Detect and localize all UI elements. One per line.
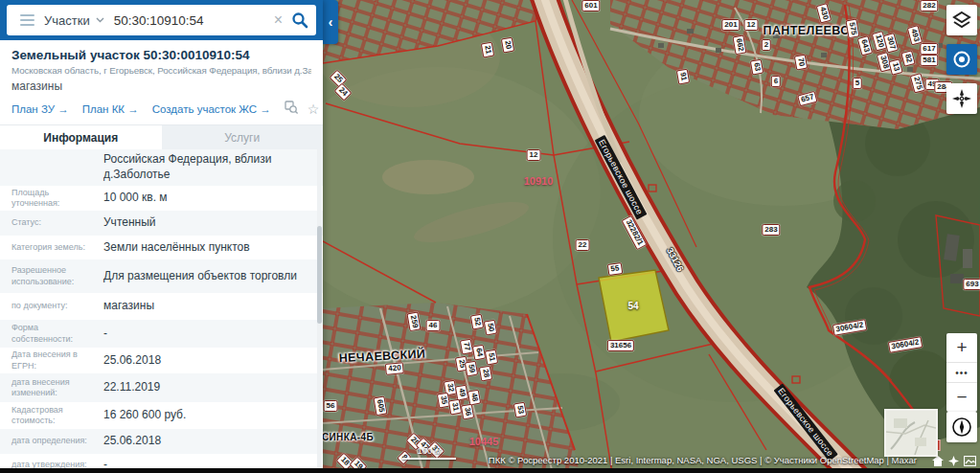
compass-button[interactable] bbox=[946, 412, 977, 442]
parcel-card: Земельный участок 50:30:0010910:54 Моско… bbox=[0, 40, 323, 124]
tab-services[interactable]: Услуги bbox=[162, 125, 324, 149]
collapse-icon: ‹ bbox=[329, 14, 333, 30]
top-search-bar: Участки 50:30:10910:54 × bbox=[0, 0, 323, 40]
favorite-star-icon[interactable]: ☆ bbox=[308, 102, 320, 116]
satellite-map-image bbox=[323, 0, 980, 473]
clear-search-icon[interactable]: × bbox=[274, 12, 283, 28]
table-row: Разрешенное использование: Для размещени… bbox=[0, 259, 323, 293]
zoom-more-button[interactable]: ••• bbox=[946, 362, 977, 383]
parcel-links: План ЗУ → План КК → Создать участок ЖС →… bbox=[11, 95, 311, 124]
attributes-table: Российская Федерация, вблизи д.Заболотье… bbox=[0, 149, 323, 473]
measure-button[interactable] bbox=[946, 83, 977, 114]
navigate-icon[interactable] bbox=[948, 456, 959, 466]
table-row: Форма собственности: - bbox=[0, 320, 323, 348]
basemap-image-icon[interactable] bbox=[964, 456, 976, 466]
compass-icon bbox=[950, 416, 973, 439]
search-box[interactable]: Участки 50:30:10910:54 × bbox=[7, 5, 316, 35]
plan-zu-link[interactable]: План ЗУ → bbox=[11, 103, 69, 115]
parcel-address: Московская область, г Егорьевск, Российс… bbox=[11, 65, 311, 76]
minimap-image bbox=[886, 411, 936, 455]
overview-minimap[interactable] bbox=[884, 409, 938, 457]
table-row: Категория земель: Земли населённых пункт… bbox=[0, 236, 323, 259]
chevron-down-icon[interactable] bbox=[96, 17, 104, 23]
parcel-address-usage: магазины bbox=[11, 76, 311, 95]
collapse-panel-button[interactable]: ‹ bbox=[323, 0, 338, 44]
table-row: Дата внесения в ЕГРН: 25.06.2018 bbox=[0, 348, 323, 373]
create-zhs-link[interactable]: Создать участок ЖС → bbox=[152, 103, 271, 115]
zoom-controls: + ••• − bbox=[946, 333, 977, 412]
search-icon[interactable] bbox=[291, 11, 308, 29]
search-category-select[interactable]: Участки bbox=[44, 13, 90, 28]
zoom-in-button[interactable]: + bbox=[946, 333, 977, 362]
table-row: Площадь уточненная: 10 000 кв. м bbox=[0, 186, 323, 211]
preview-search-icon[interactable] bbox=[285, 101, 299, 118]
layers-button[interactable] bbox=[946, 5, 977, 35]
window-bottom-edge bbox=[0, 468, 980, 473]
table-row: дата определения: 25.06.2018 bbox=[0, 429, 323, 454]
tab-information[interactable]: Информация bbox=[0, 125, 162, 149]
layers-icon bbox=[951, 10, 972, 31]
parcel-title: Земельный участок 50:30:0010910:54 bbox=[11, 46, 311, 65]
table-row: по документу: магазины bbox=[0, 293, 323, 320]
diamond-cross-icon bbox=[951, 88, 972, 109]
menu-icon[interactable] bbox=[20, 14, 34, 26]
zoom-out-button[interactable]: − bbox=[946, 383, 977, 412]
plan-kk-link[interactable]: План КК → bbox=[82, 103, 139, 115]
search-input[interactable]: 50:30:10910:54 bbox=[114, 13, 265, 28]
identify-object-button[interactable] bbox=[946, 44, 977, 75]
table-row: Кадастровая стоимость: 16 260 600 руб. bbox=[0, 402, 323, 429]
map-canvas[interactable]: ПАНТЕЛЕЕВОНЕЧАЕВСКИЙСИНКА-4Б1091010445Ег… bbox=[323, 0, 980, 473]
panel-tabs: Информация Услуги bbox=[0, 124, 323, 149]
attribution-icons bbox=[932, 456, 976, 466]
table-row: Российская Федерация, вблизи д.Заболотье bbox=[0, 149, 323, 186]
table-row: Статус: Учтенный bbox=[0, 211, 323, 236]
panel-scrollbar-thumb[interactable] bbox=[317, 226, 322, 324]
target-icon bbox=[951, 49, 972, 70]
info-panel: Участки 50:30:10910:54 × Земельный участ… bbox=[0, 0, 323, 473]
table-row: дата внесения изменений: 22.11.2019 bbox=[0, 373, 323, 402]
